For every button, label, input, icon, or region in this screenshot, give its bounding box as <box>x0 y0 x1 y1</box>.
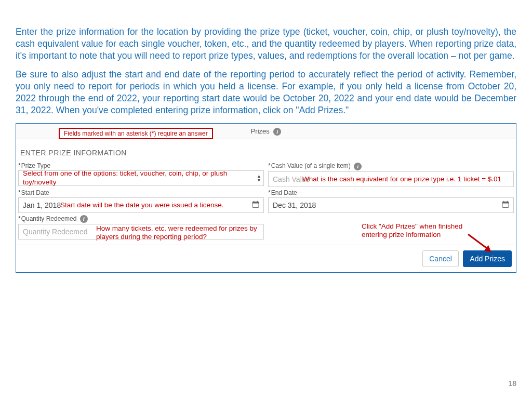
page-number: 18 <box>508 379 516 388</box>
start-date-label: *Start Date <box>18 189 264 196</box>
info-icon[interactable]: i <box>80 215 88 223</box>
intro-paragraph-2: Be sure to also adjust the start and end… <box>16 69 516 116</box>
svg-rect-3 <box>257 201 258 202</box>
add-prizes-button[interactable]: Add Prizes <box>463 250 512 267</box>
add-prizes-annotation: Click "Add Prizes" when finished enterin… <box>362 222 481 240</box>
cancel-button[interactable]: Cancel <box>422 250 459 267</box>
info-icon[interactable]: i <box>354 163 362 170</box>
prize-type-label: *Prize Type <box>18 162 264 169</box>
intro-paragraph-1: Enter the prize information for the loca… <box>16 26 516 61</box>
svg-rect-7 <box>507 201 508 202</box>
calendar-icon[interactable] <box>252 201 259 209</box>
form-footer: Cancel Add Prizes <box>16 245 516 272</box>
end-date-value: Dec 31, 2018 <box>273 201 316 209</box>
start-date-input[interactable]: Jan 1, 2018 Start date will be the date … <box>18 197 264 213</box>
cash-value-input[interactable]: Cash Value What is the cash equivalent f… <box>268 171 514 187</box>
start-date-value: Jan 1, 2018 <box>23 201 61 209</box>
cash-value-label: *Cash Value (of a single item) i <box>268 162 514 170</box>
end-date-label: *End Date <box>268 189 514 196</box>
required-fields-note: Fields marked with an asterisk (*) requi… <box>59 128 213 139</box>
calendar-icon[interactable] <box>502 201 509 209</box>
prize-type-annotation: Select from one of the options: ticket, … <box>23 169 259 187</box>
end-date-input[interactable]: Dec 31, 2018 <box>268 197 514 213</box>
svg-rect-5 <box>502 202 509 203</box>
svg-rect-2 <box>254 201 255 202</box>
quantity-redeemed-annotation: How many tickets, etc. were redeemed for… <box>96 224 262 242</box>
info-icon[interactable]: i <box>273 128 281 136</box>
quantity-redeemed-placeholder: Quantity Redeemed <box>23 228 88 236</box>
quantity-redeemed-label: *Quantity Redeemed i <box>18 215 264 223</box>
form-header-label: Prizes <box>251 124 270 135</box>
svg-rect-1 <box>252 202 259 203</box>
prize-type-select[interactable]: Select from one of the options: ticket, … <box>18 170 264 186</box>
section-heading: ENTER PRIZE INFORMATION <box>16 139 516 162</box>
form-header: Prizes i Fields marked with an asterisk … <box>16 124 516 139</box>
prize-form: Prizes i Fields marked with an asterisk … <box>16 123 516 273</box>
start-date-annotation: Start date will be the date you were iss… <box>60 201 223 210</box>
svg-rect-6 <box>503 201 504 202</box>
cash-value-annotation: What is the cash equivalent for one priz… <box>302 175 501 184</box>
